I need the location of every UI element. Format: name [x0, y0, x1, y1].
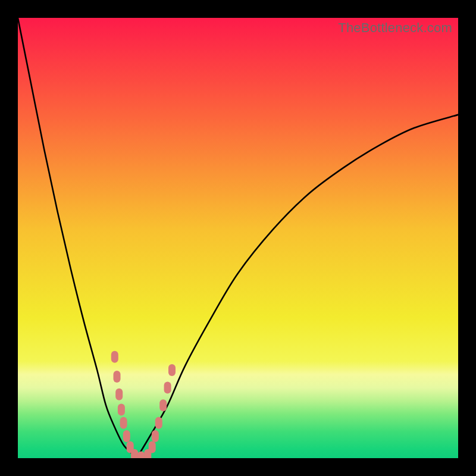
marker-dot [168, 364, 176, 376]
marker-dot [114, 371, 121, 383]
marker-dot [115, 389, 123, 400]
plot-area: TheBottleneck.com [18, 18, 458, 458]
marker-dot [155, 417, 162, 429]
marker-dot [111, 351, 118, 363]
marker-dot [152, 430, 159, 442]
plateau-markers [111, 351, 176, 458]
marker-dot [131, 449, 138, 458]
right-curve [137, 115, 458, 458]
marker-dot [123, 430, 130, 442]
marker-dot [164, 382, 171, 394]
marker-dot [159, 399, 167, 411]
curves-layer [18, 18, 458, 458]
marker-dot [137, 452, 145, 458]
marker-dot [118, 404, 125, 416]
marker-dot [149, 441, 156, 453]
watermark-text: TheBottleneck.com [338, 20, 452, 36]
marker-dot [120, 417, 127, 429]
chart-stage: TheBottleneck.com [0, 0, 476, 476]
